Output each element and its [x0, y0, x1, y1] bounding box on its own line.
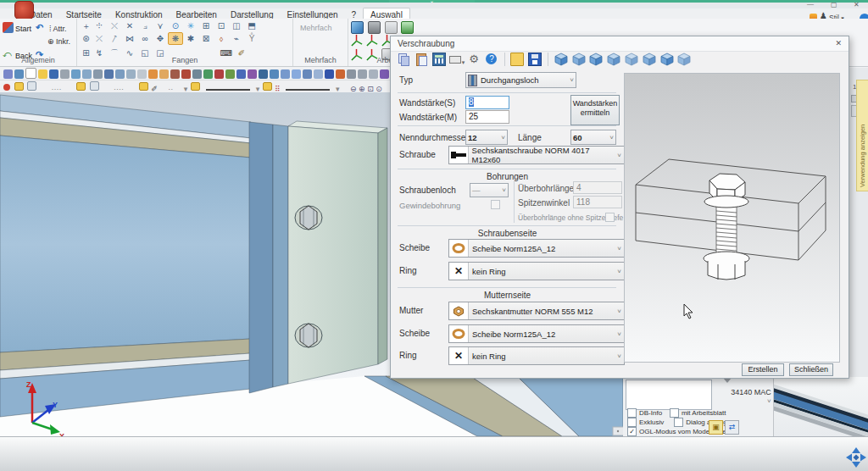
snap-icon[interactable]: ⬨ — [214, 33, 229, 44]
undo-icon[interactable] — [148, 69, 158, 79]
copy-icon[interactable] — [397, 53, 410, 66]
line-style-selector[interactable] — [286, 89, 330, 91]
snap-icon[interactable]: ⌁ — [229, 33, 244, 44]
ring2-combo[interactable]: ✕ kein Ring˅ — [448, 346, 625, 365]
help-icon[interactable]: ? — [485, 53, 498, 66]
erstellen-button[interactable]: Erstellen — [742, 363, 784, 376]
cube-icon[interactable] — [270, 69, 279, 79]
calculator-icon[interactable] — [432, 53, 446, 66]
database-icon[interactable] — [358, 69, 367, 79]
snap-icon[interactable]: ⊙ — [168, 20, 183, 31]
iso-view-icon[interactable] — [677, 53, 691, 66]
toolbar-icon[interactable] — [115, 69, 125, 79]
attr-button[interactable]: ⁞ Attr. — [49, 25, 67, 33]
paste-icon[interactable] — [415, 53, 428, 66]
snap-icon[interactable]: ⊡ — [214, 20, 229, 31]
typ-dropdown[interactable]: Durchgangsloch˅ — [465, 72, 576, 88]
toolbar-icon[interactable] — [3, 69, 13, 79]
iso-view-icon[interactable] — [607, 53, 620, 66]
sheet-icon[interactable] — [27, 81, 36, 91]
snap-icon[interactable]: ⟓ — [137, 20, 153, 31]
toolbar-icon[interactable] — [126, 69, 136, 79]
screen-icon[interactable] — [325, 69, 334, 79]
database-icon[interactable] — [347, 69, 356, 79]
gear-icon[interactable]: ⚙ — [467, 53, 481, 66]
sheet-icon[interactable] — [90, 81, 99, 91]
snap-icon[interactable]: ✱ — [183, 33, 198, 44]
toolbar-icon[interactable] — [192, 69, 202, 79]
start-icon[interactable] — [3, 22, 14, 33]
snap-icon[interactable]: ✳ — [183, 20, 198, 31]
redo-icon[interactable] — [159, 69, 169, 79]
iso-view-icon[interactable] — [554, 53, 568, 66]
window-minimize-button[interactable]: — — [807, 0, 814, 8]
scheibe2-combo[interactable]: Scheibe Norm125A_12˅ — [448, 324, 625, 343]
toolbar-icon[interactable] — [336, 69, 345, 79]
snap-icon[interactable]: ⊞ — [198, 20, 214, 31]
mutter-combo[interactable]: Sechskantmutter NORM 555 M12˅ — [448, 302, 625, 320]
schraubenloch-dropdown[interactable]: —˅ — [470, 183, 509, 197]
toolbar-icon[interactable] — [71, 69, 81, 79]
mehrfach-button[interactable]: Mehrfach — [300, 24, 332, 32]
wandstaerke-m-input[interactable]: 25 — [465, 110, 509, 124]
stamp-icon[interactable] — [170, 69, 180, 79]
save-icon[interactable] — [49, 69, 58, 79]
snap-icon[interactable]: Y̊ — [244, 33, 259, 44]
snap-icon[interactable]: ⋎ — [153, 20, 168, 31]
database-icon[interactable] — [369, 69, 378, 79]
toolbar-icon[interactable] — [225, 69, 235, 79]
dialog-titlebar[interactable]: Verschraubung ✕ — [391, 36, 849, 52]
snap-icon[interactable]: ⬒ — [244, 20, 259, 31]
folder-icon[interactable] — [14, 82, 24, 91]
iso-view-icon[interactable] — [589, 53, 603, 66]
toolbar-icon[interactable] — [93, 69, 103, 79]
add-icon[interactable] — [3, 84, 10, 91]
part-dropdown-chevron[interactable]: ˅ — [767, 397, 771, 405]
app-logo[interactable] — [14, 1, 34, 19]
window-maximize-button[interactable]: ▢ — [831, 1, 837, 8]
snap-icon[interactable]: ⊠ — [198, 33, 214, 44]
snap-icon[interactable]: ⸕ — [107, 33, 122, 44]
dialog-close-button[interactable]: ✕ — [835, 39, 842, 47]
pan-navigation-icon[interactable] — [844, 446, 868, 469]
cube-icon[interactable] — [281, 69, 290, 79]
part-listbox[interactable] — [626, 380, 712, 410]
snap-icon[interactable]: ⤫ — [92, 33, 107, 44]
side-tab-verwendung[interactable]: Verwendung anzeigen — [856, 80, 868, 191]
snap-icon[interactable]: ＋ — [81, 20, 92, 31]
snap-icon[interactable]: ✥ — [153, 33, 168, 44]
snap-icon[interactable]: ⤬ — [107, 20, 122, 31]
open-icon[interactable] — [510, 53, 524, 66]
undo-icon[interactable]: ↶ — [36, 22, 43, 33]
snap-icon[interactable] — [168, 45, 219, 56]
iso-view-icon[interactable] — [625, 53, 638, 66]
inkr-button[interactable]: ⊕ Inkr. — [47, 37, 70, 46]
workplane-axis-icon[interactable] — [350, 34, 363, 47]
ring-combo[interactable]: ✕ kein Ring˅ — [448, 262, 625, 280]
iso-view-icon[interactable] — [660, 53, 674, 66]
wrench-icon[interactable] — [181, 69, 191, 79]
snap-icon[interactable]: ∞ — [137, 33, 153, 44]
workplane-axis-icon[interactable] — [365, 34, 378, 47]
view-window-icon[interactable] — [351, 21, 364, 34]
laenge-dropdown[interactable]: 60˅ — [570, 130, 616, 145]
plane-icon[interactable] — [385, 21, 398, 34]
ohne-spitzentiefe-checkbox[interactable] — [605, 213, 615, 222]
save-icon[interactable] — [528, 53, 542, 66]
swap-button[interactable]: ⇄ — [725, 420, 739, 435]
toolbar-icon[interactable] — [104, 69, 114, 79]
copy-settings-button[interactable]: ▣ — [709, 420, 723, 435]
snap-icon[interactable]: ⋈ — [122, 33, 137, 44]
window-close-button[interactable]: ✕ — [854, 1, 860, 8]
part-preview-pane[interactable] — [774, 377, 868, 436]
cube-icon[interactable] — [303, 69, 312, 79]
iso-view-icon[interactable] — [572, 53, 586, 66]
folder-icon[interactable] — [76, 82, 86, 91]
cube-icon[interactable] — [292, 69, 301, 79]
toolbar-icon[interactable] — [259, 69, 268, 79]
cube-icon[interactable] — [314, 69, 323, 79]
line-style-selector[interactable] — [206, 89, 250, 91]
toolbar-icon[interactable] — [248, 69, 257, 79]
toolbar-icon[interactable] — [236, 69, 246, 79]
measure-icon[interactable] — [137, 69, 147, 79]
